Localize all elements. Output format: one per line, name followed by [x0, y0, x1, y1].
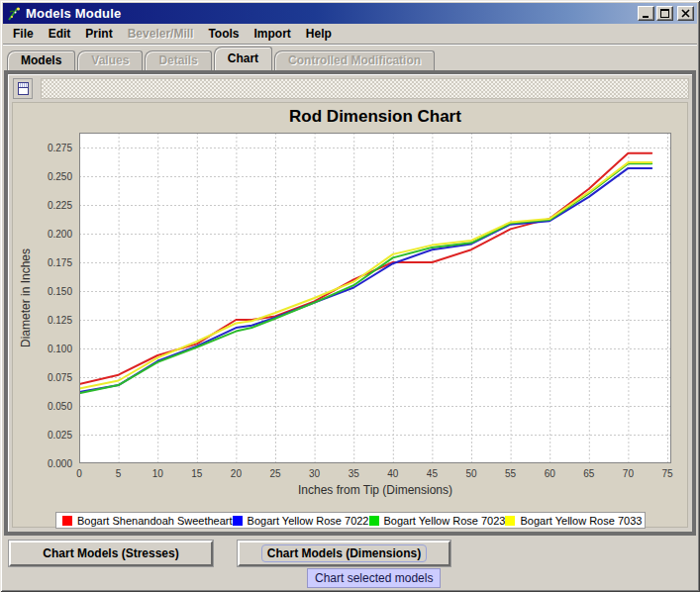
legend-label: Bogart Shenandoah Sweetheart [77, 515, 233, 527]
chart-panel: Rod Dimension Chart 0.0000.0250.0500.075… [12, 102, 688, 528]
x-tick-label: 30 [300, 468, 330, 479]
y-tick-label: 0.225 [15, 200, 72, 211]
window-title: Models Module [26, 6, 636, 21]
tab-chart[interactable]: Chart [214, 47, 272, 70]
toolbar [11, 77, 689, 100]
maximize-button[interactable] [656, 6, 673, 21]
legend-swatch [233, 516, 243, 526]
menu-help[interactable]: Help [306, 27, 332, 41]
chart-title: Rod Dimension Chart [79, 107, 671, 127]
x-axis-title: Inches from Tip (Dimensions) [79, 483, 671, 497]
legend-item: Bogart Yellow Rose 7023 [369, 515, 506, 527]
chart-models-dimensions-button[interactable]: Chart Models (Dimensions) [238, 541, 450, 566]
tooltip: Chart selected models [307, 568, 441, 588]
close-button[interactable] [677, 6, 694, 21]
toolbar-grip-texture [41, 78, 689, 99]
window-icon [18, 82, 29, 95]
plot-area [79, 133, 671, 463]
x-tick-label: 25 [260, 468, 290, 479]
y-tick-label: 0.075 [15, 372, 72, 383]
app-icon [6, 6, 22, 22]
x-tick-label: 75 [652, 468, 682, 479]
x-tick-label: 50 [456, 468, 486, 479]
legend-item: Bogart Yellow Rose 7033 [505, 515, 642, 527]
y-tick-label: 0.250 [15, 171, 72, 182]
legend-item: Bogart Shenandoah Sweetheart [62, 515, 233, 527]
y-axis-title: Diameter in Inches [19, 224, 33, 372]
x-tick-label: 5 [104, 468, 134, 479]
legend-label: Bogart Yellow Rose 7033 [520, 515, 642, 527]
x-tick-label: 65 [574, 468, 604, 479]
tab-details: Details [145, 50, 211, 70]
legend-label: Bogart Yellow Rose 7023 [384, 515, 506, 527]
chart-models-stresses-label: Chart Models (Stresses) [43, 546, 178, 560]
x-axis-ticks: 051015202530354045505560657075 [79, 468, 671, 480]
x-tick-label: 60 [535, 468, 564, 479]
menu-print[interactable]: Print [85, 27, 112, 41]
menu-beveler-mill: Beveler/Mill [128, 27, 194, 41]
chart-models-stresses-button[interactable]: Chart Models (Stresses) [9, 541, 213, 566]
minimize-icon [642, 9, 650, 18]
titlebar: Models Module [3, 3, 697, 24]
chart-models-dimensions-label: Chart Models (Dimensions) [262, 545, 426, 561]
tab-bar: Models Values Details Chart Controlled M… [7, 48, 696, 70]
maximize-icon [660, 9, 669, 18]
menubar: File Edit Print Beveler/Mill Tools Impor… [3, 24, 697, 45]
y-tick-label: 0.275 [15, 143, 72, 153]
x-tick-label: 35 [339, 468, 368, 479]
x-tick-label: 0 [64, 468, 94, 479]
tab-controlled-modification: Controlled Modification [274, 50, 435, 70]
y-tick-label: 0.050 [15, 401, 72, 412]
models-module-window: Models Module File Edit Print Beveler/Mi… [0, 0, 700, 592]
toolbar-window-button[interactable] [13, 78, 33, 99]
close-icon [681, 9, 690, 18]
minimize-button[interactable] [638, 6, 654, 21]
x-tick-label: 55 [496, 468, 526, 479]
x-tick-label: 70 [613, 468, 643, 479]
chart-legend: Bogart Shenandoah SweetheartBogart Yello… [55, 512, 646, 529]
x-tick-label: 45 [417, 468, 447, 479]
chart-tab-panel: Rod Dimension Chart 0.0000.0250.0500.075… [4, 70, 696, 536]
legend-item: Bogart Yellow Rose 7022 [233, 515, 369, 527]
menu-tools[interactable]: Tools [208, 27, 239, 41]
x-tick-label: 20 [221, 468, 250, 479]
legend-label: Bogart Yellow Rose 7022 [248, 515, 369, 527]
legend-swatch [505, 516, 515, 526]
tab-values: Values [77, 50, 143, 70]
legend-swatch [369, 516, 379, 526]
tab-models[interactable]: Models [7, 50, 75, 70]
x-tick-label: 15 [182, 468, 212, 479]
menu-import[interactable]: Import [254, 27, 291, 41]
y-tick-label: 0.025 [15, 430, 72, 441]
x-tick-label: 40 [378, 468, 408, 479]
menu-edit[interactable]: Edit [49, 27, 71, 41]
x-tick-label: 10 [143, 468, 172, 479]
menu-file[interactable]: File [13, 27, 34, 41]
legend-swatch [62, 516, 72, 526]
